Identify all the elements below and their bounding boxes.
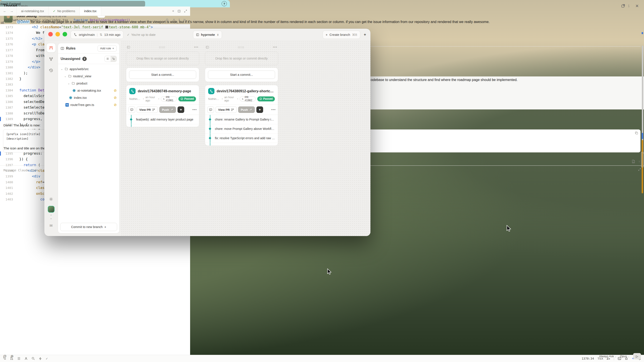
branch-meta: Nothing to ... • an hour ago • PR #1981 … [126, 95, 199, 104]
target-branch-pill[interactable]: origin/main | ⇅ 13 min ago [70, 31, 124, 39]
branch-name[interactable]: devin/1764380749-memory-page [138, 89, 191, 93]
rail-feedback-button[interactable]: ✉ [46, 221, 56, 230]
open-pr-icon [231, 108, 234, 111]
tree-file-row[interactable]: TS routeTree.gen.ts ⊘ [58, 101, 119, 108]
chevron-down-icon: ⌄ [64, 74, 67, 78]
minimize-window-button[interactable] [56, 32, 60, 36]
sync-icon: ⇅ [100, 33, 102, 37]
gitbutler-logo-icon [49, 45, 54, 50]
branch-icon [74, 33, 77, 36]
push-arrow-icon [170, 108, 174, 111]
drop-zone[interactable]: Drop files to assign or commit directly [205, 52, 278, 65]
branch-status-text: Nothing to ... [208, 97, 220, 100]
mail-icon: ✉ [50, 223, 52, 228]
rail-branches-button[interactable] [46, 54, 56, 64]
drop-zone[interactable]: Drop files to assign or commit directly [126, 52, 199, 65]
branch-time: an hour ago [224, 95, 236, 102]
create-branch-button[interactable]: + Create branch ⌘B [323, 31, 360, 39]
drag-handle[interactable] [159, 46, 165, 48]
branch-menu-button[interactable]: ••• [271, 107, 276, 112]
react-file-icon [69, 96, 72, 99]
create-branch-shortcut: ⌘B [352, 33, 357, 36]
collapse-lane-icon[interactable] [206, 46, 209, 49]
comment-plus-icon [130, 108, 134, 111]
tree-file-row[interactable]: ai-notetaking.tsx ⊘ [58, 87, 119, 94]
user-avatar[interactable] [48, 206, 54, 213]
rail-workspace-button[interactable] [46, 43, 56, 52]
branch-actions: View PR Push ✦ ••• [205, 104, 278, 115]
commit-to-new-branch-button[interactable]: Commit to new branch+ [60, 223, 117, 231]
tree-folder-row[interactable]: ⌄ routes/_view [58, 72, 119, 80]
mouse-cursor [506, 225, 512, 232]
rules-icon [60, 47, 64, 50]
gitbutler-titlebar: origin/main | ⇅ 13 min ago ✓ You're up t… [44, 29, 370, 41]
plus-icon: + [326, 33, 328, 36]
typescript-file-icon: TS [66, 103, 69, 107]
drag-handle[interactable] [238, 46, 244, 48]
chevron-down-icon: ⌄ [68, 82, 70, 85]
folder-icon [65, 67, 68, 70]
list-view-button[interactable] [105, 56, 110, 62]
commit-row[interactable]: chore: move Prompt Gallery above Workflo… [205, 124, 278, 134]
commit-message: chore: move Prompt Gallery above Workflo… [215, 127, 276, 130]
chevron-updown-icon: ▲▼ [217, 33, 219, 36]
tree-view-button[interactable] [110, 56, 116, 62]
ci-passed-badge[interactable]: Passed [178, 96, 196, 101]
view-toggle[interactable] [104, 56, 117, 62]
rail-settings-button[interactable] [46, 194, 56, 204]
branch-name[interactable]: devin/1764380912-gallery-shortcuts [216, 89, 275, 93]
push-button[interactable]: Push [159, 106, 176, 113]
view-pr-button[interactable]: View PR [137, 106, 158, 113]
rail-history-button[interactable] [46, 66, 56, 75]
lane-toolbar: ••• [126, 44, 199, 50]
add-rule-button[interactable]: Add rule+ [98, 45, 117, 52]
pr-chip[interactable]: PR #1982 [240, 96, 256, 101]
collapse-lane-icon[interactable] [127, 46, 130, 49]
branch-menu-button[interactable]: ••• [192, 107, 197, 112]
modified-status-icon: ⊘ [114, 88, 117, 92]
tree-folder-row[interactable]: ⌄ apps/web/src [58, 65, 119, 72]
close-window-button[interactable] [48, 32, 53, 36]
branch-time: an hour ago [145, 95, 157, 102]
start-commit-card: Start a commit... [205, 67, 278, 82]
ai-actions-button[interactable]: ✦ [256, 106, 263, 113]
modified-status-icon: ⊘ [114, 103, 117, 107]
comment-plus-icon [209, 108, 212, 111]
target-branch-label: origin/main [79, 33, 95, 36]
divider: | [97, 33, 98, 36]
commit-row[interactable]: fix: resolve TypeScript errors and add r… [205, 134, 278, 143]
branch-badge-icon [208, 88, 214, 94]
project-name: hyprnote [201, 33, 215, 36]
gitbutler-sidebar: Rules Add rule+ Unassigned 3 ⌄ apps/web/… [58, 43, 120, 233]
zoom-window-button[interactable] [62, 32, 67, 36]
tree-file-row[interactable]: index.tsx ⊘ [58, 94, 119, 101]
commit-row[interactable]: chore: rename Gallery to Prompt Gallery … [205, 115, 278, 124]
review-button[interactable] [207, 106, 214, 113]
commit-row[interactable]: feat(web): add memory layer product page [126, 115, 199, 124]
view-pr-button[interactable]: View PR [216, 106, 236, 113]
lane-menu-button[interactable]: ••• [194, 45, 198, 49]
ai-actions-button[interactable]: ✦ [178, 106, 184, 113]
start-commit-button[interactable]: Start a commit... [208, 70, 275, 79]
traffic-lights[interactable] [48, 32, 67, 37]
gear-icon [49, 197, 53, 201]
pr-chip[interactable]: PR #1981 [161, 96, 177, 101]
lane-menu-button[interactable]: ••• [273, 45, 277, 49]
ci-passed-badge[interactable]: Passed [257, 96, 275, 101]
up-to-date-status: ✓ You're up to date [127, 33, 156, 37]
open-pr-icon [152, 108, 155, 111]
ai-sparkle-button[interactable]: ✦ [363, 32, 366, 37]
folder-icon [68, 74, 72, 78]
rail-collapse-chevrons[interactable]: ⌃⌄ [50, 215, 52, 220]
push-button[interactable]: Push [238, 106, 255, 113]
lane-gallery-shortcuts: ••• Drop files to assign or commit direc… [205, 44, 278, 146]
file-tree: ⌄ apps/web/src ⌄ routes/_view ⌄ product … [58, 64, 119, 108]
commit-list: feat(web): add memory layer product page [126, 115, 199, 127]
review-button[interactable] [128, 106, 135, 113]
gitbutler-window: origin/main | ⇅ 13 min ago ✓ You're up t… [44, 29, 370, 236]
tree-folder-row[interactable]: ⌄ product [58, 80, 119, 87]
project-switcher[interactable]: hyprnote ▲▼ [193, 31, 222, 39]
branch-actions: View PR Push ✦ ••• [126, 104, 199, 115]
commit-list: chore: rename Gallery to Prompt Gallery … [205, 115, 278, 145]
start-commit-button[interactable]: Start a commit... [129, 70, 196, 79]
